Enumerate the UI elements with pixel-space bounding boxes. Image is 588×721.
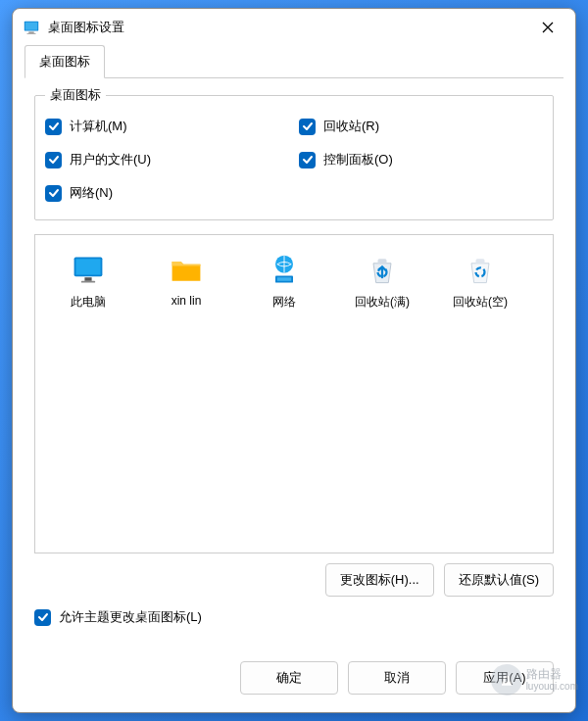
- app-icon: [23, 19, 40, 36]
- icon-row: 此电脑 xin lin 网络: [43, 249, 545, 314]
- icon-preview-box: 此电脑 xin lin 网络: [34, 234, 554, 553]
- icon-label: 此电脑: [71, 294, 106, 311]
- icon-item-recyclefull[interactable]: 回收站(满): [337, 249, 427, 314]
- checkbox-label: 网络(N): [70, 184, 113, 202]
- svg-rect-3: [27, 33, 36, 34]
- groupbox-title: 桌面图标: [45, 86, 106, 104]
- checkbox-allow-theme[interactable]: 允许主题更改桌面图标(L): [34, 608, 554, 626]
- checkbox-grid: 计算机(M) 回收站(R) 用户的文件(U) 控制面板(O) 网络(N): [45, 118, 543, 202]
- icon-item-userfolder[interactable]: xin lin: [141, 249, 231, 314]
- cancel-button[interactable]: 取消: [348, 661, 446, 695]
- checkbox-userfiles[interactable]: 用户的文件(U): [45, 151, 289, 168]
- close-button[interactable]: [530, 14, 565, 41]
- checkbox-recyclebin[interactable]: 回收站(R): [299, 118, 543, 135]
- footer-buttons: 确定 取消 应用(A): [13, 648, 575, 712]
- checkmark-icon: [299, 152, 316, 168]
- dialog-window: 桌面图标设置 桌面图标 桌面图标 计算机(M) 回收站(R): [12, 8, 576, 713]
- tab-desktop-icons[interactable]: 桌面图标: [24, 45, 105, 78]
- checkbox-network[interactable]: 网络(N): [45, 184, 289, 202]
- icon-item-thispc[interactable]: 此电脑: [43, 249, 133, 314]
- icon-label: 网络: [272, 294, 296, 311]
- restore-defaults-button[interactable]: 还原默认值(S): [444, 563, 554, 597]
- svg-rect-6: [84, 277, 91, 281]
- icon-button-row: 更改图标(H)... 还原默认值(S): [34, 563, 554, 597]
- window-title: 桌面图标设置: [48, 19, 530, 36]
- content-pane: 桌面图标 计算机(M) 回收站(R) 用户的文件(U) 控制面板(O): [13, 77, 575, 648]
- network-globe-icon: [267, 253, 302, 288]
- groupbox-desktop-icons: 桌面图标 计算机(M) 回收站(R) 用户的文件(U) 控制面板(O): [34, 95, 554, 220]
- titlebar: 桌面图标设置: [13, 9, 575, 44]
- recycle-empty-icon: [463, 253, 498, 288]
- checkbox-label: 用户的文件(U): [70, 151, 151, 168]
- checkbox-label: 控制面板(O): [323, 151, 393, 168]
- checkmark-icon: [34, 609, 51, 626]
- icon-item-recycleempty[interactable]: 回收站(空): [435, 249, 525, 314]
- icon-label: xin lin: [172, 294, 202, 308]
- checkbox-controlpanel[interactable]: 控制面板(O): [299, 151, 543, 168]
- svg-rect-10: [277, 277, 291, 281]
- tab-strip: 桌面图标: [24, 44, 564, 78]
- folder-icon: [169, 253, 204, 288]
- icon-label: 回收站(满): [355, 294, 410, 311]
- change-icon-button[interactable]: 更改图标(H)...: [325, 563, 434, 597]
- checkbox-label: 计算机(M): [70, 118, 127, 135]
- icon-item-network[interactable]: 网络: [239, 249, 329, 314]
- tab-area: 桌面图标: [13, 44, 575, 77]
- svg-rect-7: [81, 281, 95, 283]
- checkmark-icon: [45, 152, 62, 168]
- checkbox-computer[interactable]: 计算机(M): [45, 118, 289, 135]
- ok-button[interactable]: 确定: [240, 661, 338, 695]
- apply-button[interactable]: 应用(A): [456, 661, 554, 695]
- svg-rect-5: [75, 259, 100, 274]
- checkmark-icon: [299, 119, 316, 135]
- checkbox-label: 允许主题更改桌面图标(L): [59, 608, 202, 626]
- icon-label: 回收站(空): [453, 294, 508, 311]
- svg-rect-1: [25, 23, 38, 30]
- recycle-full-icon: [365, 253, 400, 288]
- checkmark-icon: [45, 119, 62, 135]
- checkmark-icon: [45, 185, 62, 202]
- checkbox-label: 回收站(R): [323, 118, 379, 135]
- svg-rect-2: [28, 32, 33, 33]
- monitor-icon: [71, 253, 106, 288]
